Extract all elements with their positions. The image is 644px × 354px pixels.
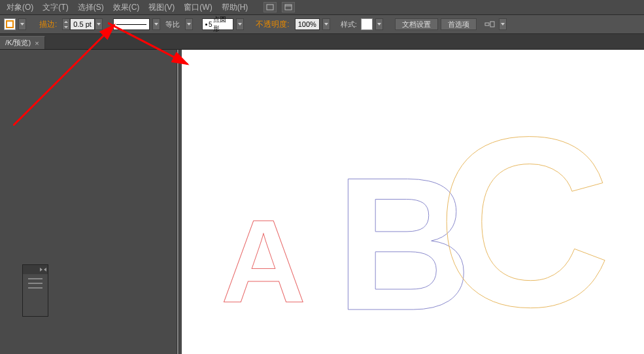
style-swatch[interactable]: [361, 18, 373, 30]
stroke-label: 描边:: [37, 19, 59, 30]
menu-view[interactable]: 视图(V): [144, 1, 178, 14]
brush-size-value: 5: [209, 21, 212, 28]
style-label: 样式:: [339, 20, 358, 29]
document-tab-label: /K/预览): [5, 38, 31, 48]
panel-expand-icon[interactable]: [40, 268, 42, 272]
brush-preview[interactable]: 5 点圆形: [202, 18, 233, 30]
control-toolbar: 描边: 0.5 pt 等比 5 点圆形 不透明度: 100% 样式: 文档设置 …: [0, 14, 644, 34]
menu-effect[interactable]: 效果(C): [109, 1, 144, 14]
document-tab-strip: /K/预览) ×: [0, 34, 644, 50]
workspace: A B C: [0, 50, 644, 354]
panel-row-icon[interactable]: [28, 278, 42, 279]
menubar-icon-1[interactable]: [263, 2, 277, 12]
align-panel-dropdown[interactable]: [499, 18, 507, 30]
stroke-profile-dropdown[interactable]: [152, 18, 160, 30]
outlined-letter-a[interactable]: A: [221, 194, 306, 329]
panel-dock-body: [23, 274, 48, 292]
stroke-weight-input[interactable]: 0.5 pt: [70, 18, 95, 30]
panel-dock-header[interactable]: [23, 265, 48, 274]
fill-swatch-dropdown[interactable]: [18, 18, 26, 30]
menu-type[interactable]: 文字(T): [39, 1, 72, 14]
panel-row-icon[interactable]: [28, 283, 42, 284]
svg-rect-0: [267, 5, 273, 10]
collapsed-panel-dock[interactable]: [22, 264, 48, 317]
artboard-canvas[interactable]: A B C: [182, 50, 644, 354]
document-tab[interactable]: /K/预览) ×: [0, 36, 45, 49]
menubar: 对象(O) 文字(T) 选择(S) 效果(C) 视图(V) 窗口(W) 帮助(H…: [0, 0, 644, 14]
opacity-label: 不透明度:: [253, 19, 292, 30]
align-panel-icon[interactable]: [483, 19, 496, 29]
proportion-label: 等比: [163, 20, 182, 29]
document-setup-button[interactable]: 文档设置: [395, 18, 438, 30]
vertical-ruler: [177, 50, 179, 354]
brush-shape-label: 点圆形: [213, 15, 230, 33]
stroke-weight-dropdown[interactable]: [95, 18, 103, 30]
opacity-dropdown[interactable]: [322, 18, 330, 30]
proportion-dropdown[interactable]: [185, 18, 193, 30]
svg-rect-1: [285, 5, 292, 10]
svg-rect-3: [485, 23, 489, 26]
svg-rect-4: [490, 22, 494, 27]
preferences-button[interactable]: 首选项: [441, 18, 477, 30]
close-tab-icon[interactable]: ×: [35, 39, 39, 47]
panel-row-icon[interactable]: [28, 287, 42, 289]
opacity-input[interactable]: 100%: [295, 18, 320, 30]
menu-help[interactable]: 帮助(H): [218, 1, 252, 14]
menubar-icon-2[interactable]: [282, 2, 295, 12]
stroke-weight-spinner[interactable]: 0.5 pt: [62, 18, 103, 30]
outlined-letter-c[interactable]: C: [437, 82, 611, 354]
stroke-profile-preview[interactable]: [113, 18, 150, 30]
panel-collapse-icon[interactable]: [44, 268, 46, 272]
fill-swatch[interactable]: [4, 18, 16, 30]
menu-window[interactable]: 窗口(W): [180, 1, 216, 14]
menu-object[interactable]: 对象(O): [3, 1, 37, 14]
menu-select[interactable]: 选择(S): [74, 1, 108, 14]
style-dropdown[interactable]: [375, 18, 383, 30]
stroke-weight-spin-buttons[interactable]: [62, 18, 70, 30]
brush-dropdown[interactable]: [236, 18, 244, 30]
